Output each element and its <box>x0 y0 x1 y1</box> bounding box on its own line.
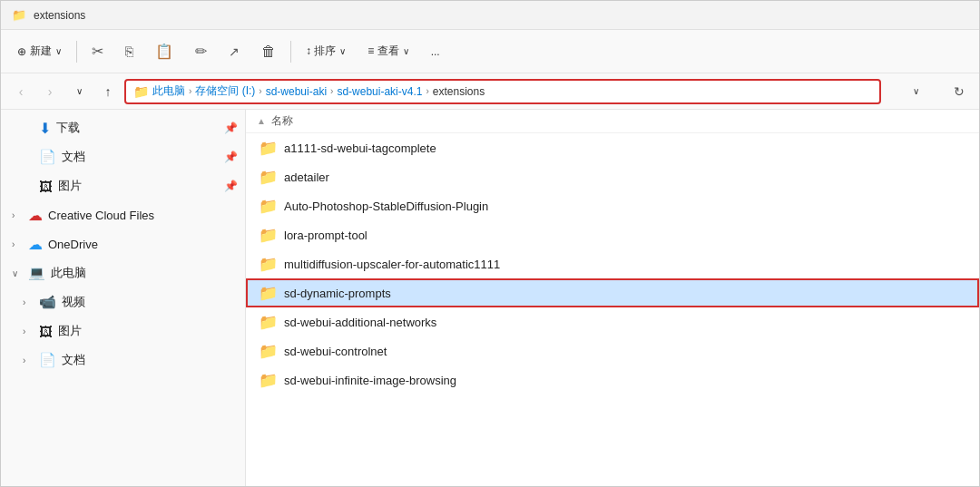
file-row[interactable]: 📁multidiffusion-upscaler-for-automatic11… <box>246 249 979 278</box>
address-dropdown[interactable]: ∨ <box>888 79 943 104</box>
sidebar-item-download[interactable]: ⬇ 下载 📌 <box>1 113 245 142</box>
file-name: adetailer <box>284 170 966 184</box>
sidebar-label-download: 下载 <box>56 120 80 136</box>
folder-icon: 📁 <box>259 371 277 390</box>
delete-button[interactable]: 🗑 <box>252 36 285 67</box>
sidebar-label-documents: 文档 <box>62 149 85 165</box>
path-arrow-2: › <box>259 86 261 96</box>
chevron-docs: › <box>23 356 34 365</box>
file-row[interactable]: 📁sd-webui-infinite-image-browsing <box>246 365 979 394</box>
folder-icon: 📁 <box>259 255 277 274</box>
sidebar-item-pictures-quick[interactable]: 🖼 图片 📌 <box>1 171 245 200</box>
folder-icon: 📁 <box>259 226 277 245</box>
sidebar: ⬇ 下载 📌 📄 文档 📌 🖼 图片 📌 › ☁ C <box>1 110 246 486</box>
file-row[interactable]: 📁sd-webui-controlnet <box>246 336 979 365</box>
path-segment-v41[interactable]: sd-webui-aki-v4.1 <box>337 85 422 98</box>
chevron-video: › <box>23 297 34 307</box>
sidebar-label-this-pc: 此电脑 <box>51 265 86 281</box>
file-list-header: ▲ 名称 <box>246 110 979 133</box>
folder-icon: 📁 <box>259 284 277 303</box>
toolbar: ⊕ 新建 ∨ ✂ ⎘ 📋 ✏ ↗ 🗑 ↕ 排序 ∨ ≡ 查看 ∨ <box>1 30 979 73</box>
file-rows-container: 📁a1111-sd-webui-tagcomplete📁adetailer📁Au… <box>246 133 979 394</box>
up-button[interactable]: ↑ <box>95 79 121 104</box>
address-bar: ‹ › ∨ ↑ 📁 此电脑 › 存储空间 (I:) › sd-webui-aki… <box>1 73 979 110</box>
sidebar-item-documents[interactable]: 📄 文档 📌 <box>1 142 245 171</box>
share-icon: ↗ <box>229 44 240 59</box>
sidebar-item-docs[interactable]: › 📄 文档 <box>1 346 245 375</box>
copy-button[interactable]: ⎘ <box>116 36 142 67</box>
sidebar-item-this-pc[interactable]: ∨ 💻 此电脑 <box>1 258 245 287</box>
file-name: sd-webui-additional-networks <box>284 316 966 329</box>
name-column-header: 名称 <box>271 113 293 129</box>
sidebar-item-onedrive[interactable]: › ☁ OneDrive <box>1 229 245 258</box>
forward-button[interactable]: › <box>37 79 63 104</box>
address-path[interactable]: 📁 此电脑 › 存储空间 (I:) › sd-webui-aki › sd-we… <box>124 79 881 104</box>
file-list: ▲ 名称 📁a1111-sd-webui-tagcomplete📁adetail… <box>246 110 979 486</box>
file-name: multidiffusion-upscaler-for-automatic111… <box>284 258 966 271</box>
rename-button[interactable]: ✏ <box>186 36 216 67</box>
title-bar: 📁 extensions <box>1 1 979 30</box>
sidebar-label-onedrive: OneDrive <box>48 238 98 251</box>
view-button[interactable]: ≡ 查看 ∨ <box>358 36 417 67</box>
sidebar-label-cc: Creative Cloud Files <box>48 209 154 222</box>
file-row[interactable]: 📁sd-dynamic-prompts <box>246 278 979 307</box>
file-name: sd-dynamic-prompts <box>284 287 966 300</box>
view-chevron: ∨ <box>403 46 409 56</box>
folder-icon: 📁 <box>259 342 277 361</box>
video-icon: 📹 <box>39 294 56 310</box>
refresh-button[interactable]: ↻ <box>946 79 972 104</box>
chevron-pictures: › <box>23 326 34 336</box>
path-arrow-3: › <box>330 86 333 96</box>
path-segment-extensions: extensions <box>433 85 485 98</box>
copy-icon: ⎘ <box>125 44 133 59</box>
cut-button[interactable]: ✂ <box>83 36 113 67</box>
dropdown-button[interactable]: ∨ <box>66 79 92 104</box>
sidebar-item-pictures[interactable]: › 🖼 图片 <box>1 317 245 346</box>
file-name: sd-webui-controlnet <box>284 345 966 358</box>
new-button[interactable]: ⊕ 新建 ∨ <box>8 36 71 67</box>
folder-icon: 📁 <box>259 313 277 332</box>
main-content: ⬇ 下载 📌 📄 文档 📌 🖼 图片 📌 › ☁ C <box>1 110 979 486</box>
chevron-cc: › <box>12 210 23 220</box>
file-name: sd-webui-infinite-image-browsing <box>284 374 966 387</box>
sidebar-item-video[interactable]: › 📹 视频 <box>1 287 245 317</box>
pictures-icon: 🖼 <box>39 324 53 339</box>
title-bar-icon: 📁 <box>12 8 26 23</box>
more-button[interactable]: ... <box>422 36 449 67</box>
file-row[interactable]: 📁Auto-Photoshop-StableDiffusion-Plugin <box>246 191 979 220</box>
download-icon: ⬇ <box>39 120 51 137</box>
this-pc-icon: 💻 <box>28 265 45 281</box>
path-segment-webui-aki[interactable]: sd-webui-aki <box>266 85 327 98</box>
sort-button[interactable]: ↕ 排序 ∨ <box>297 36 355 67</box>
file-name: Auto-Photoshop-StableDiffusion-Plugin <box>284 200 966 213</box>
sidebar-item-creative-cloud[interactable]: › ☁ Creative Cloud Files <box>1 200 245 229</box>
path-segment-pc[interactable]: 此电脑 <box>152 83 185 99</box>
onedrive-icon: ☁ <box>28 236 43 253</box>
sort-chevron: ∨ <box>339 46 346 56</box>
toolbar-separator-1 <box>76 41 77 63</box>
chevron-onedrive: › <box>12 239 23 249</box>
toolbar-separator-2 <box>290 41 291 63</box>
paste-icon: 📋 <box>155 43 173 60</box>
pin-icon-documents: 📌 <box>224 151 238 163</box>
new-chevron: ∨ <box>55 46 62 56</box>
path-arrow-1: › <box>189 86 191 96</box>
path-segment-storage[interactable]: 存储空间 (I:) <box>195 83 255 99</box>
file-row[interactable]: 📁a1111-sd-webui-tagcomplete <box>246 133 979 162</box>
new-icon: ⊕ <box>17 45 26 58</box>
paste-button[interactable]: 📋 <box>146 36 182 67</box>
pictures-quick-icon: 🖼 <box>39 179 53 194</box>
share-button[interactable]: ↗ <box>220 36 249 67</box>
file-row[interactable]: 📁lora-prompt-tool <box>246 220 979 249</box>
explorer-window: 📁 extensions ⊕ 新建 ∨ ✂ ⎘ 📋 ✏ ↗ 🗑 ↕ 排序 <box>0 0 980 487</box>
sidebar-label-pictures-quick: 图片 <box>58 178 82 194</box>
cut-icon: ✂ <box>92 43 103 60</box>
folder-icon: 📁 <box>259 197 277 216</box>
file-row[interactable]: 📁sd-webui-additional-networks <box>246 307 979 336</box>
sidebar-label-video: 视频 <box>62 294 85 310</box>
back-button[interactable]: ‹ <box>8 79 34 104</box>
file-row[interactable]: 📁adetailer <box>246 162 979 191</box>
rename-icon: ✏ <box>195 43 207 60</box>
creative-cloud-icon: ☁ <box>28 207 43 224</box>
sidebar-label-pictures: 图片 <box>58 323 82 339</box>
